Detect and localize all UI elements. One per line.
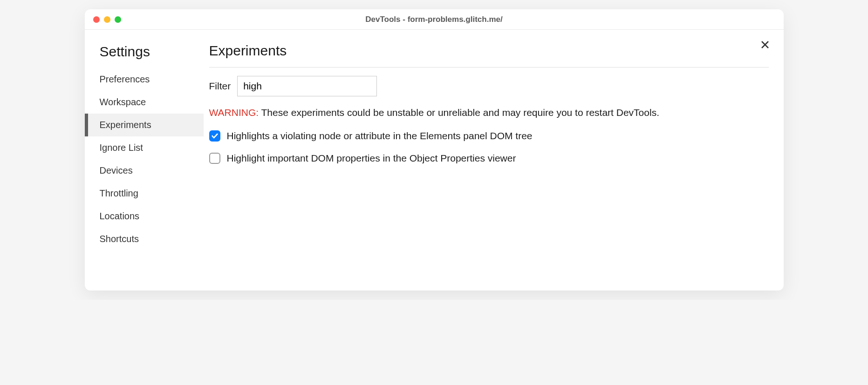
settings-sidebar: Settings PreferencesWorkspaceExperiments…: [85, 30, 204, 290]
experiment-row: Highlights a violating node or attribute…: [209, 130, 769, 142]
warning-label: WARNING:: [209, 107, 259, 118]
experiment-row: Highlight important DOM properties in th…: [209, 153, 769, 164]
sidebar-item-preferences[interactable]: Preferences: [85, 68, 204, 91]
experiment-checkbox[interactable]: [209, 153, 220, 164]
sidebar-item-label: Locations: [100, 211, 140, 221]
sidebar-title: Settings: [85, 44, 204, 68]
sidebar-item-workspace[interactable]: Workspace: [85, 91, 204, 114]
experiment-label: Highlights a violating node or attribute…: [227, 130, 533, 142]
experiment-checkbox[interactable]: [209, 130, 220, 142]
main-panel: Experiments Filter WARNING: These experi…: [204, 30, 784, 290]
warning-text: These experiments could be unstable or u…: [259, 107, 659, 118]
close-icon[interactable]: [759, 39, 771, 50]
filter-label: Filter: [209, 81, 231, 92]
sidebar-item-label: Preferences: [100, 74, 150, 84]
sidebar-item-experiments[interactable]: Experiments: [85, 114, 204, 136]
sidebar-item-label: Workspace: [100, 97, 146, 107]
sidebar-item-ignore-list[interactable]: Ignore List: [85, 136, 204, 159]
sidebar-item-label: Experiments: [100, 120, 151, 130]
page-title: Experiments: [209, 43, 769, 68]
window-minimize-button[interactable]: [104, 16, 110, 23]
window-maximize-button[interactable]: [115, 16, 121, 23]
filter-row: Filter: [209, 76, 769, 96]
sidebar-item-label: Shortcuts: [100, 234, 139, 244]
devtools-window: DevTools - form-problems.glitch.me/ Sett…: [85, 9, 784, 290]
sidebar-item-shortcuts[interactable]: Shortcuts: [85, 228, 204, 250]
titlebar: DevTools - form-problems.glitch.me/: [85, 9, 784, 30]
experiment-label: Highlight important DOM properties in th…: [227, 153, 516, 164]
sidebar-item-label: Throttling: [100, 188, 138, 198]
window-close-button[interactable]: [93, 16, 100, 23]
sidebar-item-label: Ignore List: [100, 142, 143, 153]
traffic-lights: [93, 16, 121, 23]
sidebar-item-locations[interactable]: Locations: [85, 205, 204, 228]
window-title: DevTools - form-problems.glitch.me/: [93, 15, 775, 24]
sidebar-item-devices[interactable]: Devices: [85, 159, 204, 182]
content-area: Settings PreferencesWorkspaceExperiments…: [85, 30, 784, 290]
warning-message: WARNING: These experiments could be unst…: [209, 106, 769, 119]
sidebar-item-label: Devices: [100, 165, 133, 176]
filter-input[interactable]: [237, 76, 377, 96]
sidebar-item-throttling[interactable]: Throttling: [85, 182, 204, 205]
